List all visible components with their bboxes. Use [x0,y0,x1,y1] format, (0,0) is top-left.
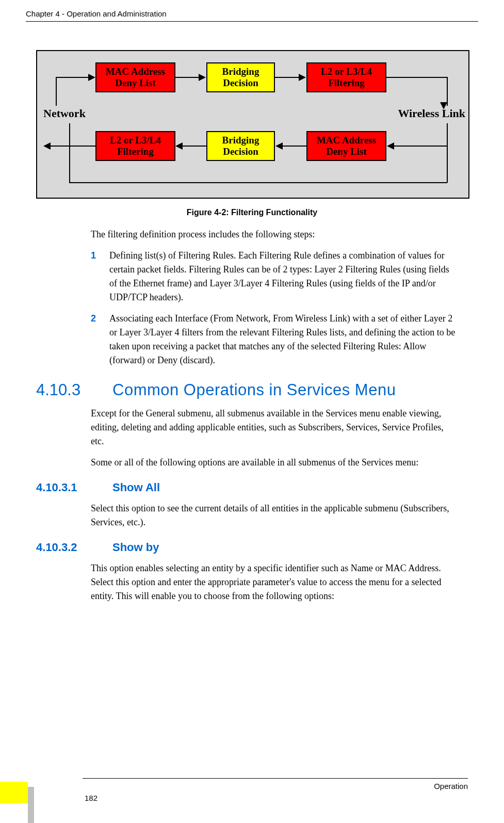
heading-4-10-3: 4.10.3 Common Operations in Services Men… [36,381,468,399]
arrow-icon [275,142,283,150]
arrow-line [175,77,199,78]
footer-rule [83,778,468,779]
paragraph: This option enables selecting an entity … [91,561,458,603]
list-number: 2 [91,312,109,367]
arrow-icon [175,142,183,150]
yellow-tab-icon [0,782,28,803]
intro-text: The filtering definition process include… [91,228,458,241]
page-number: 182 [85,794,97,802]
box-mac-deny-top: MAC Address Deny List [95,62,175,92]
arrow-line [275,77,299,78]
box-l2l3-bottom: L2 or L3/L4 Filtering [95,131,175,161]
heading-title: Common Operations in Services Menu [112,381,396,399]
list-text: Associating each Interface (From Network… [109,312,458,367]
list-text: Defining list(s) of Filtering Rules. Eac… [109,249,458,304]
gray-tab-icon [28,787,34,823]
box-bridging-top: Bridging Decision [206,62,275,92]
heading-title: Show by [112,541,159,554]
list-number: 1 [91,249,109,304]
arrow-line [56,77,57,106]
network-label: Network [43,107,86,120]
arrow-line [283,146,306,147]
arrow-line [69,182,447,183]
list-item: 2 Associating each Interface (From Netwo… [91,312,458,367]
box-mac-deny-bottom: MAC Address Deny List [306,131,386,161]
arrow-line [447,123,448,183]
heading-4-10-3-2: 4.10.3.2 Show by [36,541,468,554]
heading-title: Show All [112,481,160,494]
header-rule [26,21,478,22]
paragraph: Except for the General submenu, all subm… [91,407,458,448]
paragraph: Select this option to see the current de… [91,502,458,529]
arrow-line [51,146,95,147]
heading-4-10-3-1: 4.10.3.1 Show All [36,481,468,494]
arrow-line [183,146,206,147]
arrow-icon [43,142,51,150]
arrow-icon [440,102,447,109]
arrow-line [69,123,70,183]
filtering-diagram: MAC Address Deny List Bridging Decision … [36,50,469,199]
arrow-line [56,77,89,78]
steps-list: 1 Defining list(s) of Filtering Rules. E… [91,249,458,367]
box-bridging-bottom: Bridging Decision [206,131,275,161]
arrow-icon [387,142,394,150]
footer-section: Operation [434,782,468,802]
arrow-line [394,146,447,147]
arrow-line [386,77,447,78]
wireless-label: Wireless Link [398,107,465,120]
heading-number: 4.10.3.1 [36,481,112,494]
heading-number: 4.10.3 [36,381,112,399]
arrow-icon [88,74,95,81]
arrow-line [447,77,448,106]
chapter-title: Chapter 4 - Operation and Administration [26,9,167,18]
page-header: Chapter 4 - Operation and Administration [0,0,504,18]
page-footer: 182 Operation [0,778,504,803]
content-area: MAC Address Deny List Bridging Decision … [0,50,504,603]
paragraph: Some or all of the following options are… [91,456,458,470]
arrow-icon [199,74,206,81]
footer-left: 182 [0,782,97,803]
box-l2l3-top: L2 or L3/L4 Filtering [306,62,386,92]
list-item: 1 Defining list(s) of Filtering Rules. E… [91,249,458,304]
figure-caption: Figure 4-2: Filtering Functionality [36,208,468,217]
arrow-icon [299,74,306,81]
heading-number: 4.10.3.2 [36,541,112,554]
